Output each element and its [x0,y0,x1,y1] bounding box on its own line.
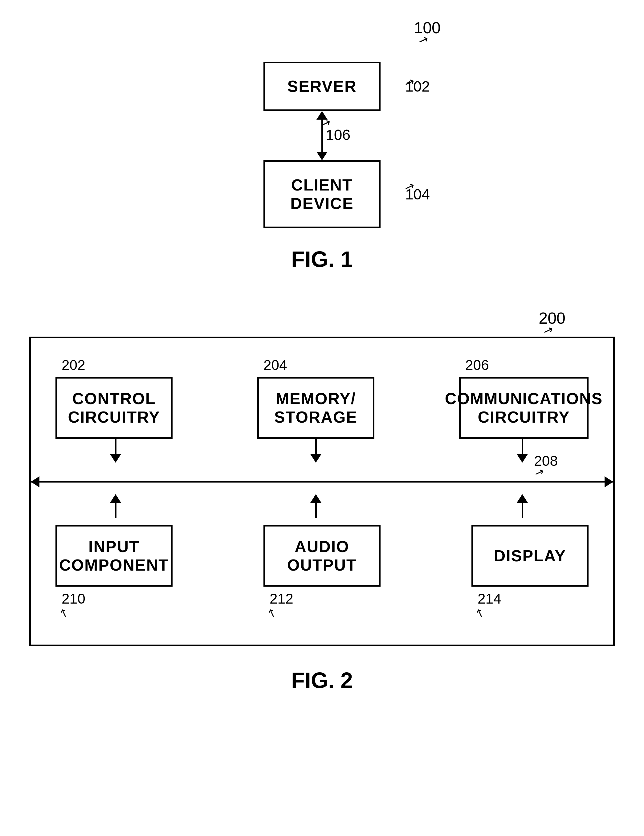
ref-206-label: 206 [465,357,489,373]
audio-output-wrapper: AUDIO OUTPUT 212 ↙ [263,525,380,620]
figure-container: 100 ↙ SERVER 102 ↙ 106 ↙ [24,18,620,693]
comms-circuitry-box: COMMUNICATIONS CIRCUITRY [459,377,589,439]
squiggle-212: ↙ [265,606,279,621]
control-conn-line [115,439,116,454]
fig2-bottom-row: INPUT COMPONENT 210 ↙ AUDIO OUTPUT 212 ↙ [55,525,589,620]
memory-storage-wrapper: 204 MEMORY/ STORAGE [257,357,374,439]
display-box: DISPLAY [471,525,589,587]
fig2-ref-area: 200 ↙ [29,309,615,333]
audio-output-box: AUDIO OUTPUT [263,525,380,587]
ref-204-label: 204 [263,357,287,373]
control-connector [55,439,176,469]
control-circuitry-wrapper: 202 CONTROL CIRCUITRY [55,357,173,439]
fig2-caption: FIG. 2 [291,668,353,693]
comms-conn-line [522,439,523,454]
server-box: SERVER [263,62,380,111]
comms-label: COMMUNICATIONS CIRCUITRY [445,389,603,426]
server-wrapper: SERVER 102 ↙ [263,62,380,111]
input-label: INPUT COMPONENT [59,537,169,574]
bus-arrowhead-right [605,476,613,487]
ref-210-label: 210 [62,590,85,607]
input-component-box: INPUT COMPONENT [55,525,173,587]
input-component-wrapper: INPUT COMPONENT 210 ↙ [55,525,173,620]
server-label: SERVER [287,77,357,96]
client-device-box: CLIENT DEVICE [263,160,380,228]
fig1-connector: 106 ↙ [316,111,328,160]
squiggle-214: ↙ [473,606,487,621]
fig2-area: 200 ↙ 202 CONTROL CIRCUITRY 204 MEMORY/ … [24,309,620,693]
fig2-top-row: 202 CONTROL CIRCUITRY 204 MEMORY/ STORAG… [55,357,589,439]
fig2-bus-area: 208 ↙ [55,469,589,494]
audio-arrowhead-up [310,494,321,503]
memory-connector [256,439,376,469]
ref-202-label: 202 [62,357,85,373]
control-label: CONTROL CIRCUITRY [68,389,160,426]
display-conn-line [522,503,523,518]
comms-connector [456,439,589,469]
fig1-boxes: SERVER 102 ↙ 106 ↙ CLIENT DEVICE 104 ↙ [263,62,380,228]
display-connector [456,494,589,525]
client-label: CLIENT DEVICE [290,176,354,213]
ref-212-label: 212 [270,590,293,607]
input-conn-line [115,503,116,518]
audio-label: AUDIO OUTPUT [287,537,357,574]
ref-200-label: 200 [539,309,566,327]
top-connectors [55,439,589,469]
input-arrowhead-up [110,494,121,503]
memory-arrowhead-down [310,454,321,463]
fig1-area: 100 ↙ SERVER 102 ↙ 106 ↙ [24,18,620,272]
control-circuitry-box: CONTROL CIRCUITRY [55,377,173,439]
client-wrapper: CLIENT DEVICE 104 ↙ [263,160,380,228]
audio-conn-line [315,503,317,518]
display-arrowhead-up [517,494,528,503]
bus-line [31,481,613,483]
audio-connector [256,494,376,525]
control-arrowhead-down [110,454,121,463]
arrowhead-down-fig1 [316,152,328,160]
squiggle-210: ↙ [57,606,70,621]
display-wrapper: DISPLAY 214 ↙ [471,525,589,620]
fig1-caption: FIG. 1 [291,247,353,272]
memory-label: MEMORY/ STORAGE [274,389,357,426]
comms-circuitry-wrapper: 206 COMMUNICATIONS CIRCUITRY [459,357,589,439]
bottom-connectors [55,494,589,525]
bus-arrowhead-left [31,476,39,487]
ref-106-label: 106 [326,126,351,143]
ref-100-label: 100 [414,18,441,37]
memory-storage-box: MEMORY/ STORAGE [257,377,374,439]
display-label: DISPLAY [494,547,566,565]
fig2-outer-box: 202 CONTROL CIRCUITRY 204 MEMORY/ STORAG… [29,336,615,646]
comms-arrowhead-down [517,454,528,463]
memory-conn-line [315,439,317,454]
input-connector [55,494,176,525]
ref-214-label: 214 [478,590,501,607]
